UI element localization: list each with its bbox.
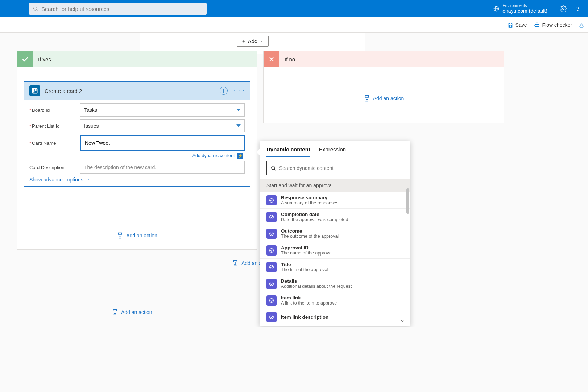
save-label: Save <box>515 22 527 28</box>
global-search-input[interactable] <box>41 6 203 12</box>
svg-line-31 <box>274 169 276 170</box>
dynamic-content-list[interactable]: Response summary A summary of the respon… <box>260 192 410 323</box>
chevron-down-icon <box>86 177 90 182</box>
approval-icon <box>266 212 277 222</box>
plus-icon <box>241 39 246 44</box>
help-button[interactable] <box>574 5 581 12</box>
dynamic-content-item[interactable]: Outcome The outcome of the approval <box>260 225 410 242</box>
gear-icon <box>560 5 567 12</box>
add-action-yes[interactable]: Add an action <box>17 232 257 239</box>
item-desc: A link to the item to approve <box>281 301 337 306</box>
help-icon <box>574 5 581 12</box>
chevron-down-icon[interactable] <box>400 318 405 323</box>
dynamic-search-input[interactable] <box>279 165 399 171</box>
approval-icon <box>266 195 277 205</box>
approval-icon <box>266 279 277 289</box>
close-icon <box>264 51 279 67</box>
item-desc: A summary of the responses <box>281 200 338 205</box>
svg-point-35 <box>270 248 274 252</box>
if-yes-header[interactable]: If yes <box>17 51 257 67</box>
dynamic-content-item[interactable]: Approval ID The name of the approval <box>260 242 410 259</box>
svg-rect-16 <box>119 233 122 235</box>
dynamic-content-icon: ⚡ <box>237 153 243 159</box>
card-desc-input[interactable]: The description of the new card. <box>80 161 245 174</box>
tab-expression[interactable]: Expression <box>319 146 346 157</box>
svg-point-33 <box>270 215 274 219</box>
if-no-header[interactable]: If no <box>264 51 504 67</box>
insert-step-icon <box>112 309 118 316</box>
info-icon[interactable]: i <box>220 87 228 95</box>
dynamic-content-item[interactable]: Response summary A summary of the respon… <box>260 192 410 209</box>
svg-point-6 <box>577 10 578 11</box>
environment-label: Environments <box>502 3 547 8</box>
chevron-down-icon <box>260 39 264 44</box>
search-icon <box>270 165 276 171</box>
dynamic-content-item[interactable]: Title The title of the approval <box>260 259 410 275</box>
svg-rect-27 <box>113 310 117 311</box>
save-button[interactable]: Save <box>508 22 527 28</box>
item-title: Item link description <box>281 314 328 320</box>
tab-dynamic-content[interactable]: Dynamic content <box>266 146 310 157</box>
svg-point-0 <box>34 7 37 10</box>
parent-list-select[interactable]: Issues <box>80 119 245 132</box>
approval-icon <box>266 245 277 256</box>
dynamic-content-item[interactable]: Item link description <box>260 309 410 323</box>
card-name-field[interactable] <box>85 140 240 146</box>
environment-picker[interactable]: Environments enayu.com (default) <box>493 3 547 14</box>
dynamic-content-popup: Dynamic content Expression Start and wai… <box>260 141 410 326</box>
add-action-bottom[interactable]: Add an action <box>112 309 152 316</box>
item-desc: The title of the approval <box>281 267 328 272</box>
save-icon <box>508 22 513 28</box>
item-desc: The outcome of the approval <box>281 234 339 239</box>
add-action-no[interactable]: Add an action <box>264 95 504 102</box>
item-title: Outcome <box>281 228 339 234</box>
add-dynamic-content-link[interactable]: Add dynamic content ⚡ <box>29 153 245 159</box>
parent-list-label: Parent List Id <box>32 123 60 129</box>
dynamic-content-item[interactable]: Item link A link to the item to approve <box>260 292 410 309</box>
dynamic-content-item[interactable]: Completion date Date the approval was co… <box>260 209 410 225</box>
svg-rect-15 <box>35 89 37 91</box>
test-button[interactable] <box>579 22 584 28</box>
settings-button[interactable] <box>560 5 567 12</box>
svg-rect-14 <box>33 89 35 93</box>
item-title: Details <box>281 278 352 284</box>
svg-point-30 <box>272 166 275 170</box>
svg-rect-8 <box>509 25 511 27</box>
top-bar: Environments enayu.com (default) <box>0 0 588 17</box>
add-condition-button[interactable]: Add <box>237 36 269 47</box>
insert-step-icon <box>364 95 370 102</box>
item-desc: Additional details about the request <box>281 284 352 289</box>
item-title: Completion date <box>281 212 348 217</box>
flow-checker-label: Flow checker <box>542 22 572 28</box>
svg-point-9 <box>535 24 537 26</box>
action-menu-button[interactable]: · · · <box>234 88 245 94</box>
svg-line-1 <box>37 10 38 11</box>
show-advanced-options[interactable]: Show advanced options <box>29 177 245 183</box>
environment-name: enayu.com (default) <box>502 8 547 14</box>
flow-checker-button[interactable]: Flow checker <box>534 22 572 28</box>
board-id-select[interactable]: Tasks <box>80 103 245 117</box>
trello-icon <box>29 85 40 96</box>
board-id-label: Board Id <box>32 107 50 113</box>
add-action-condition[interactable]: Add an a <box>232 260 262 267</box>
search-icon <box>33 6 38 12</box>
item-title: Item link <box>281 295 337 301</box>
globe-icon <box>493 5 500 12</box>
svg-point-5 <box>563 8 564 10</box>
if-yes-branch: If yes Create a card 2 i · · · *Board Id… <box>17 51 257 250</box>
insert-step-icon <box>232 260 239 267</box>
item-title: Response summary <box>281 195 338 200</box>
svg-rect-13 <box>32 88 37 93</box>
create-card-action[interactable]: Create a card 2 i · · · *Board Id Tasks … <box>24 81 250 187</box>
command-bar: Save Flow checker <box>0 17 588 33</box>
dynamic-content-search[interactable] <box>266 161 403 175</box>
svg-point-36 <box>270 265 274 269</box>
dynamic-content-item[interactable]: Details Additional details about the req… <box>260 275 410 292</box>
svg-point-10 <box>537 24 539 26</box>
board-id-value: Tasks <box>84 107 97 113</box>
svg-point-37 <box>270 282 274 286</box>
global-search[interactable] <box>29 3 207 15</box>
card-name-input[interactable] <box>80 135 245 151</box>
scrollbar-thumb[interactable] <box>406 188 409 214</box>
if-no-label: If no <box>285 56 295 62</box>
